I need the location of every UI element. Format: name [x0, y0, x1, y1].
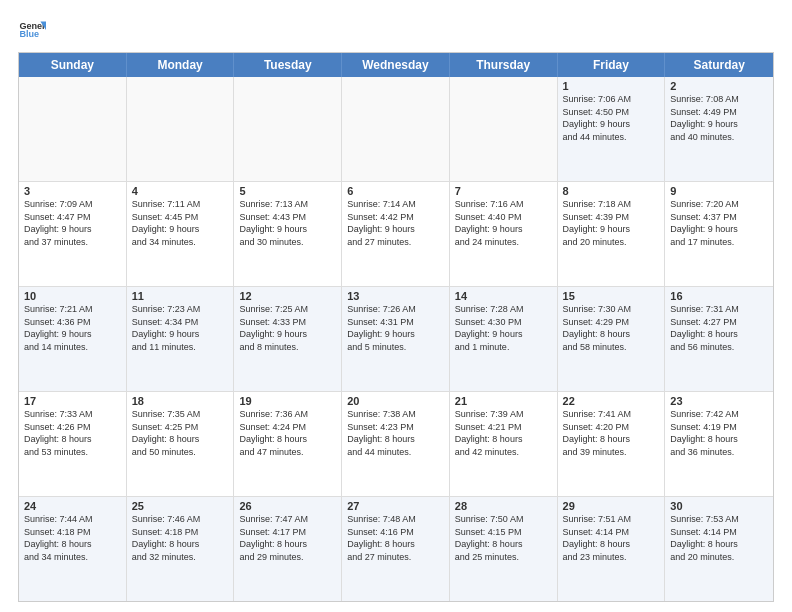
day-number: 26	[239, 500, 336, 512]
day-number: 20	[347, 395, 444, 407]
calendar-cell	[450, 77, 558, 181]
calendar-cell: 10Sunrise: 7:21 AM Sunset: 4:36 PM Dayli…	[19, 287, 127, 391]
calendar-row: 1Sunrise: 7:06 AM Sunset: 4:50 PM Daylig…	[19, 77, 773, 181]
calendar-cell: 7Sunrise: 7:16 AM Sunset: 4:40 PM Daylig…	[450, 182, 558, 286]
calendar-cell: 23Sunrise: 7:42 AM Sunset: 4:19 PM Dayli…	[665, 392, 773, 496]
day-number: 8	[563, 185, 660, 197]
day-number: 4	[132, 185, 229, 197]
calendar-cell: 9Sunrise: 7:20 AM Sunset: 4:37 PM Daylig…	[665, 182, 773, 286]
day-number: 14	[455, 290, 552, 302]
day-number: 11	[132, 290, 229, 302]
day-number: 10	[24, 290, 121, 302]
weekday-header: Saturday	[665, 53, 773, 77]
day-number: 16	[670, 290, 768, 302]
day-info: Sunrise: 7:53 AM Sunset: 4:14 PM Dayligh…	[670, 513, 768, 563]
day-info: Sunrise: 7:39 AM Sunset: 4:21 PM Dayligh…	[455, 408, 552, 458]
calendar-cell: 26Sunrise: 7:47 AM Sunset: 4:17 PM Dayli…	[234, 497, 342, 601]
calendar-cell: 30Sunrise: 7:53 AM Sunset: 4:14 PM Dayli…	[665, 497, 773, 601]
calendar-cell: 15Sunrise: 7:30 AM Sunset: 4:29 PM Dayli…	[558, 287, 666, 391]
calendar-cell: 25Sunrise: 7:46 AM Sunset: 4:18 PM Dayli…	[127, 497, 235, 601]
day-number: 21	[455, 395, 552, 407]
calendar-cell: 21Sunrise: 7:39 AM Sunset: 4:21 PM Dayli…	[450, 392, 558, 496]
day-number: 28	[455, 500, 552, 512]
day-info: Sunrise: 7:06 AM Sunset: 4:50 PM Dayligh…	[563, 93, 660, 143]
day-info: Sunrise: 7:26 AM Sunset: 4:31 PM Dayligh…	[347, 303, 444, 353]
calendar: SundayMondayTuesdayWednesdayThursdayFrid…	[18, 52, 774, 602]
weekday-header: Friday	[558, 53, 666, 77]
day-number: 25	[132, 500, 229, 512]
day-info: Sunrise: 7:36 AM Sunset: 4:24 PM Dayligh…	[239, 408, 336, 458]
calendar-row: 10Sunrise: 7:21 AM Sunset: 4:36 PM Dayli…	[19, 286, 773, 391]
day-info: Sunrise: 7:38 AM Sunset: 4:23 PM Dayligh…	[347, 408, 444, 458]
logo: General Blue	[18, 16, 46, 44]
calendar-cell: 27Sunrise: 7:48 AM Sunset: 4:16 PM Dayli…	[342, 497, 450, 601]
calendar-cell: 17Sunrise: 7:33 AM Sunset: 4:26 PM Dayli…	[19, 392, 127, 496]
weekday-header: Thursday	[450, 53, 558, 77]
day-number: 5	[239, 185, 336, 197]
day-info: Sunrise: 7:09 AM Sunset: 4:47 PM Dayligh…	[24, 198, 121, 248]
calendar-body: 1Sunrise: 7:06 AM Sunset: 4:50 PM Daylig…	[19, 77, 773, 601]
day-info: Sunrise: 7:23 AM Sunset: 4:34 PM Dayligh…	[132, 303, 229, 353]
day-number: 17	[24, 395, 121, 407]
calendar-cell: 12Sunrise: 7:25 AM Sunset: 4:33 PM Dayli…	[234, 287, 342, 391]
calendar-cell: 3Sunrise: 7:09 AM Sunset: 4:47 PM Daylig…	[19, 182, 127, 286]
svg-text:Blue: Blue	[19, 29, 39, 39]
calendar-cell: 18Sunrise: 7:35 AM Sunset: 4:25 PM Dayli…	[127, 392, 235, 496]
day-info: Sunrise: 7:14 AM Sunset: 4:42 PM Dayligh…	[347, 198, 444, 248]
calendar-cell: 6Sunrise: 7:14 AM Sunset: 4:42 PM Daylig…	[342, 182, 450, 286]
page-header: General Blue	[18, 16, 774, 44]
calendar-cell: 19Sunrise: 7:36 AM Sunset: 4:24 PM Dayli…	[234, 392, 342, 496]
day-info: Sunrise: 7:11 AM Sunset: 4:45 PM Dayligh…	[132, 198, 229, 248]
day-info: Sunrise: 7:28 AM Sunset: 4:30 PM Dayligh…	[455, 303, 552, 353]
weekday-header: Sunday	[19, 53, 127, 77]
day-info: Sunrise: 7:16 AM Sunset: 4:40 PM Dayligh…	[455, 198, 552, 248]
day-info: Sunrise: 7:20 AM Sunset: 4:37 PM Dayligh…	[670, 198, 768, 248]
day-number: 12	[239, 290, 336, 302]
day-number: 18	[132, 395, 229, 407]
day-info: Sunrise: 7:48 AM Sunset: 4:16 PM Dayligh…	[347, 513, 444, 563]
calendar-header: SundayMondayTuesdayWednesdayThursdayFrid…	[19, 53, 773, 77]
day-number: 19	[239, 395, 336, 407]
day-number: 3	[24, 185, 121, 197]
calendar-cell	[127, 77, 235, 181]
calendar-cell	[234, 77, 342, 181]
day-info: Sunrise: 7:51 AM Sunset: 4:14 PM Dayligh…	[563, 513, 660, 563]
calendar-cell: 29Sunrise: 7:51 AM Sunset: 4:14 PM Dayli…	[558, 497, 666, 601]
calendar-cell: 28Sunrise: 7:50 AM Sunset: 4:15 PM Dayli…	[450, 497, 558, 601]
day-info: Sunrise: 7:41 AM Sunset: 4:20 PM Dayligh…	[563, 408, 660, 458]
calendar-cell: 16Sunrise: 7:31 AM Sunset: 4:27 PM Dayli…	[665, 287, 773, 391]
day-info: Sunrise: 7:13 AM Sunset: 4:43 PM Dayligh…	[239, 198, 336, 248]
day-number: 1	[563, 80, 660, 92]
day-info: Sunrise: 7:42 AM Sunset: 4:19 PM Dayligh…	[670, 408, 768, 458]
calendar-row: 17Sunrise: 7:33 AM Sunset: 4:26 PM Dayli…	[19, 391, 773, 496]
day-info: Sunrise: 7:25 AM Sunset: 4:33 PM Dayligh…	[239, 303, 336, 353]
weekday-header: Tuesday	[234, 53, 342, 77]
day-number: 24	[24, 500, 121, 512]
calendar-cell	[19, 77, 127, 181]
calendar-cell: 13Sunrise: 7:26 AM Sunset: 4:31 PM Dayli…	[342, 287, 450, 391]
day-number: 22	[563, 395, 660, 407]
day-info: Sunrise: 7:21 AM Sunset: 4:36 PM Dayligh…	[24, 303, 121, 353]
day-info: Sunrise: 7:18 AM Sunset: 4:39 PM Dayligh…	[563, 198, 660, 248]
calendar-cell: 11Sunrise: 7:23 AM Sunset: 4:34 PM Dayli…	[127, 287, 235, 391]
day-info: Sunrise: 7:50 AM Sunset: 4:15 PM Dayligh…	[455, 513, 552, 563]
weekday-header: Wednesday	[342, 53, 450, 77]
calendar-cell	[342, 77, 450, 181]
logo-icon: General Blue	[18, 16, 46, 44]
day-number: 9	[670, 185, 768, 197]
day-info: Sunrise: 7:44 AM Sunset: 4:18 PM Dayligh…	[24, 513, 121, 563]
calendar-cell: 4Sunrise: 7:11 AM Sunset: 4:45 PM Daylig…	[127, 182, 235, 286]
day-info: Sunrise: 7:46 AM Sunset: 4:18 PM Dayligh…	[132, 513, 229, 563]
day-info: Sunrise: 7:33 AM Sunset: 4:26 PM Dayligh…	[24, 408, 121, 458]
day-number: 15	[563, 290, 660, 302]
calendar-cell: 24Sunrise: 7:44 AM Sunset: 4:18 PM Dayli…	[19, 497, 127, 601]
day-number: 7	[455, 185, 552, 197]
day-info: Sunrise: 7:31 AM Sunset: 4:27 PM Dayligh…	[670, 303, 768, 353]
day-info: Sunrise: 7:47 AM Sunset: 4:17 PM Dayligh…	[239, 513, 336, 563]
calendar-cell: 1Sunrise: 7:06 AM Sunset: 4:50 PM Daylig…	[558, 77, 666, 181]
day-number: 23	[670, 395, 768, 407]
calendar-cell: 5Sunrise: 7:13 AM Sunset: 4:43 PM Daylig…	[234, 182, 342, 286]
day-number: 30	[670, 500, 768, 512]
calendar-cell: 20Sunrise: 7:38 AM Sunset: 4:23 PM Dayli…	[342, 392, 450, 496]
calendar-cell: 8Sunrise: 7:18 AM Sunset: 4:39 PM Daylig…	[558, 182, 666, 286]
